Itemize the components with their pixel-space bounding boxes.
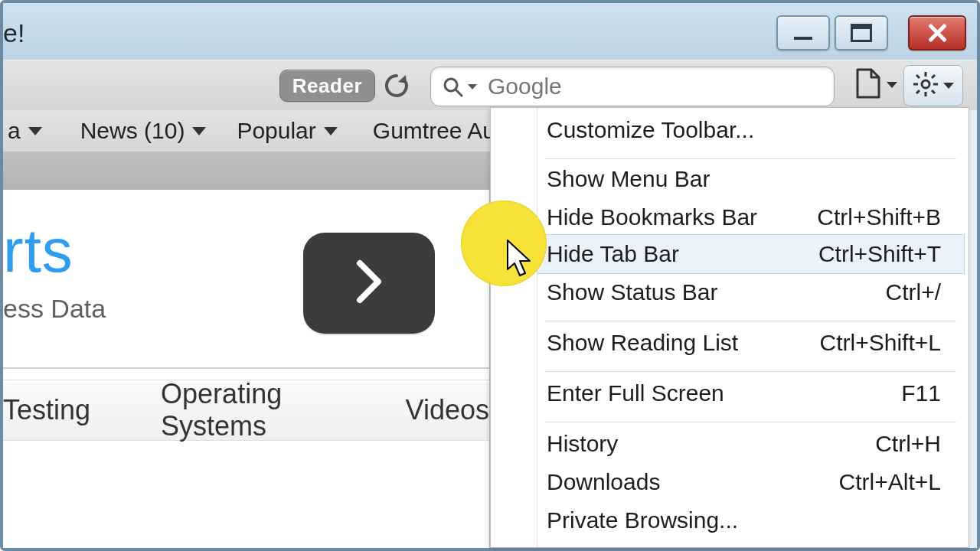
chevron-right-icon <box>351 259 387 308</box>
menu-label: Downloads <box>547 469 839 495</box>
page-subnav: Testing Operating Systems Videos <box>3 380 489 441</box>
play-button[interactable] <box>303 233 435 334</box>
menu-label: History <box>547 431 875 457</box>
menu-item-history[interactable]: HistoryCtrl+H <box>537 425 964 463</box>
toolbar: Reader <box>3 60 977 112</box>
search-input[interactable] <box>486 67 823 106</box>
menu-label: Show Menu Bar <box>547 166 964 192</box>
reader-button[interactable]: Reader <box>279 70 375 102</box>
menu-separator <box>545 422 956 422</box>
cursor-icon <box>505 239 536 282</box>
subnav-videos[interactable]: Videos <box>406 394 489 426</box>
subnav-testing[interactable]: Testing <box>3 394 90 426</box>
chevron-down-icon <box>887 82 897 88</box>
svg-line-9 <box>932 75 935 78</box>
svg-line-7 <box>916 75 920 78</box>
menu-item-show-status-bar[interactable]: Show Status BarCtrl+/ <box>537 273 964 311</box>
maximize-button[interactable] <box>835 15 888 51</box>
chevron-down-icon <box>28 127 42 135</box>
menu-label: Hide Tab Bar <box>547 241 818 267</box>
menu-label: Hide Bookmarks Bar <box>547 204 817 230</box>
reload-icon <box>383 89 410 102</box>
menu-label: Enter Full Screen <box>547 380 901 406</box>
menu-separator <box>545 371 956 372</box>
menu-item-hide-bookmarks-bar[interactable]: Hide Bookmarks BarCtrl+Shift+B <box>537 198 964 236</box>
reload-button[interactable] <box>383 72 410 99</box>
settings-gear-button[interactable] <box>903 65 963 106</box>
window-title: e! <box>3 18 24 48</box>
subnav-os[interactable]: Operating Systems <box>161 378 338 442</box>
menu-scrollbar[interactable] <box>969 110 977 548</box>
titlebar: e! <box>3 3 977 60</box>
menu-item-enter-full-screen[interactable]: Enter Full ScreenF11 <box>537 374 964 412</box>
tagline: ess Data <box>3 294 106 324</box>
menu-item-private-browsing[interactable]: Private Browsing... <box>537 501 964 540</box>
menu-shortcut: Ctrl+Shift+T <box>818 241 941 267</box>
bookmark-label: News (10) <box>80 118 185 144</box>
menu-shortcut: Ctrl+Alt+L <box>839 469 941 495</box>
search-box[interactable] <box>430 67 835 106</box>
menu-label: Show Status Bar <box>547 279 885 305</box>
menu-shortcut: Ctrl+Shift+B <box>817 204 941 230</box>
chevron-down-icon <box>468 84 477 90</box>
chevron-down-icon <box>192 127 206 135</box>
bookmark-label: Popular <box>237 118 315 144</box>
svg-line-10 <box>916 90 920 93</box>
menu-separator <box>545 158 956 159</box>
svg-point-2 <box>922 80 929 88</box>
svg-line-1 <box>456 90 462 96</box>
minimize-button[interactable] <box>776 15 830 51</box>
close-button[interactable] <box>908 15 966 51</box>
page-menu-button[interactable] <box>854 68 897 102</box>
menu-item-show-reading-list[interactable]: Show Reading ListCtrl+Shift+L <box>537 324 964 362</box>
gear-icon <box>913 71 939 100</box>
brand-heading: rts <box>3 216 74 286</box>
menu-label: Show Reading List <box>547 330 820 356</box>
settings-dropdown-menu: Customize Toolbar... Show Menu Bar Hide … <box>490 107 969 548</box>
menu-shortcut: Ctrl+/ <box>885 279 941 305</box>
menu-separator <box>545 321 956 321</box>
menu-shortcut: Ctrl+Shift+L <box>820 330 941 356</box>
menu-label: Customize Toolbar... <box>547 117 964 143</box>
menu-item-customize-toolbar[interactable]: Customize Toolbar... <box>537 109 964 151</box>
bookmark-item[interactable]: a <box>0 118 54 144</box>
page-icon <box>854 68 882 102</box>
menu-shortcut: F11 <box>901 380 941 406</box>
menu-item-show-menu-bar[interactable]: Show Menu Bar <box>537 160 964 198</box>
chevron-down-icon <box>324 127 338 135</box>
search-icon <box>442 76 463 97</box>
tab-strip <box>3 152 490 191</box>
menu-item-downloads[interactable]: DownloadsCtrl+Alt+L <box>537 463 964 501</box>
menu-label: Private Browsing... <box>547 507 964 533</box>
bookmark-item-popular[interactable]: Popular <box>224 118 349 144</box>
divider <box>3 367 489 369</box>
bookmark-item-news[interactable]: News (10) <box>68 118 219 144</box>
menu-shortcut: Ctrl+H <box>875 431 941 457</box>
svg-line-8 <box>932 90 935 93</box>
page-content: rts ess Data Testing Operating Systems V… <box>3 190 490 548</box>
bookmark-label: a <box>8 118 21 144</box>
chevron-down-icon <box>943 83 954 89</box>
menu-item-hide-tab-bar[interactable]: Hide Tab BarCtrl+Shift+T <box>537 235 964 273</box>
